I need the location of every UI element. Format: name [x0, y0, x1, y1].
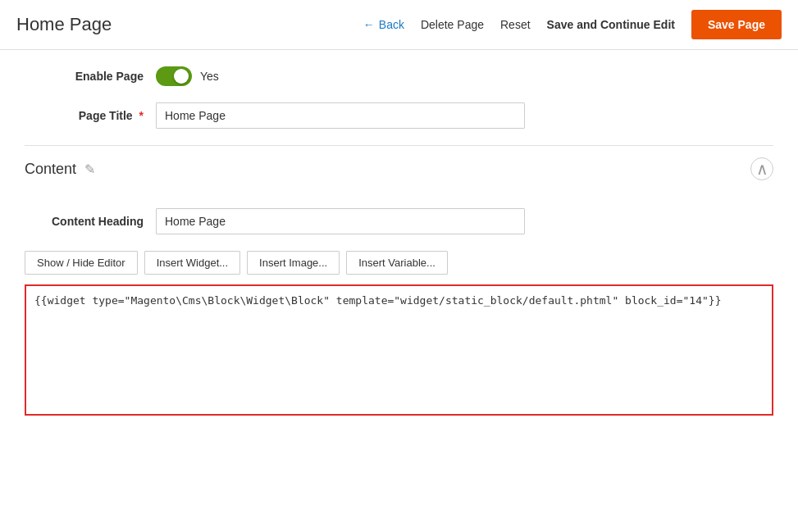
enable-page-value: Yes: [200, 70, 219, 83]
page-wrapper: Home Page ← Back Delete Page Reset Save …: [0, 0, 798, 532]
editor-empty-space: [34, 309, 764, 407]
page-title-input[interactable]: [156, 102, 525, 129]
required-indicator: *: [139, 109, 144, 122]
edit-icon[interactable]: ✎: [84, 161, 95, 177]
back-arrow-icon: ←: [363, 18, 375, 31]
insert-widget-button[interactable]: Insert Widget...: [144, 251, 240, 275]
insert-image-button[interactable]: Insert Image...: [247, 251, 340, 275]
back-button[interactable]: ← Back: [363, 18, 404, 31]
collapse-icon[interactable]: ∧: [750, 157, 773, 180]
section-title-wrap: Content ✎: [25, 161, 95, 178]
show-hide-editor-button[interactable]: Show / Hide Editor: [25, 251, 138, 275]
main-content: Enable Page Yes Page Title * Content: [0, 50, 798, 432]
save-continue-button[interactable]: Save and Continue Edit: [547, 18, 675, 31]
code-editor[interactable]: {{widget type="Magento\Cms\Block\Widget\…: [25, 284, 773, 416]
back-label: Back: [379, 18, 404, 31]
header-actions: ← Back Delete Page Reset Save and Contin…: [363, 10, 782, 39]
content-heading-input[interactable]: [156, 208, 525, 234]
page-title: Home Page: [16, 14, 347, 35]
content-section-header: Content ✎ ∧: [25, 145, 773, 192]
enable-page-row: Enable Page Yes: [25, 66, 773, 86]
reset-button[interactable]: Reset: [500, 18, 531, 31]
page-title-row: Page Title *: [25, 102, 773, 129]
toggle-track: [156, 66, 192, 86]
content-heading-label: Content Heading: [25, 215, 156, 228]
toggle-wrap: Yes: [156, 66, 219, 86]
code-content: {{widget type="Magento\Cms\Block\Widget\…: [34, 293, 764, 309]
toggle-knob: [174, 69, 189, 84]
delete-page-button[interactable]: Delete Page: [421, 18, 484, 31]
enable-page-toggle[interactable]: [156, 66, 192, 86]
page-title-label: Page Title *: [25, 109, 156, 122]
enable-page-label: Enable Page: [25, 70, 156, 83]
content-heading-row: Content Heading: [25, 208, 773, 234]
editor-toolbar: Show / Hide Editor Insert Widget... Inse…: [25, 251, 773, 275]
page-header: Home Page ← Back Delete Page Reset Save …: [0, 0, 798, 50]
content-section-title: Content: [25, 161, 76, 178]
insert-variable-button[interactable]: Insert Variable...: [346, 251, 448, 275]
save-page-button[interactable]: Save Page: [691, 10, 782, 39]
